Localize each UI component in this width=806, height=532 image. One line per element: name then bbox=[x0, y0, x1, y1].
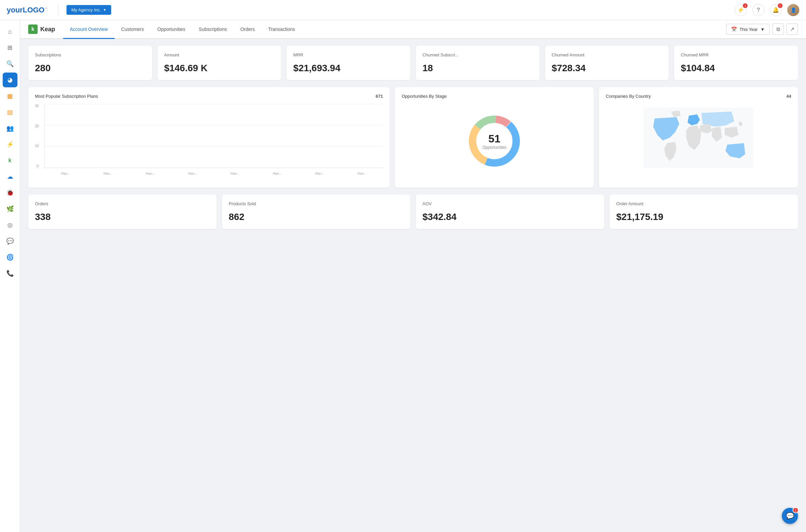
sidebar-item-cloud[interactable]: ☁ bbox=[3, 169, 17, 184]
sidebar-item-phone[interactable]: 📞 bbox=[3, 266, 17, 281]
topbar-divider bbox=[58, 5, 58, 15]
sidebar-item-pie[interactable]: ◕ bbox=[3, 73, 17, 87]
flash-button[interactable]: ⚡ 1 bbox=[735, 4, 747, 16]
cloud-icon: ☁ bbox=[7, 173, 13, 180]
leaf-icon: 🌿 bbox=[6, 205, 14, 213]
opportunities-header: Opportunities By Stage bbox=[402, 94, 587, 99]
sidebar-item-chat[interactable]: 💬 bbox=[3, 234, 17, 249]
user-avatar[interactable]: 👤 bbox=[787, 4, 799, 16]
opportunities-title: Opportunities By Stage bbox=[402, 94, 447, 99]
help-button[interactable]: ? bbox=[752, 4, 764, 16]
people-icon: 👥 bbox=[6, 125, 14, 132]
chat-bubble-button[interactable]: 💬 1 bbox=[782, 508, 798, 524]
flash-icon: ⚡ bbox=[737, 7, 744, 13]
donut-sub: Opportunities bbox=[482, 145, 506, 150]
tab-orders[interactable]: Orders bbox=[234, 20, 262, 39]
logo-text: your bbox=[7, 6, 23, 14]
sidebar-item-target[interactable]: ◎ bbox=[3, 217, 17, 232]
share-icon: ↗ bbox=[790, 26, 794, 32]
chat-bubble-badge: 1 bbox=[792, 507, 799, 513]
search-icon: 🔍 bbox=[6, 60, 14, 68]
metric-label-churned-amount: Churned Amount bbox=[552, 52, 662, 57]
dashboard: Subscriptions 280 Amount $146.69 K MRR $… bbox=[20, 39, 806, 532]
sidebar-item-grid[interactable]: ⊞ bbox=[3, 40, 17, 55]
donut-center: 51 Opportunities bbox=[482, 133, 506, 150]
tab-subscriptions[interactable]: Subscriptions bbox=[192, 20, 234, 39]
sidebar-item-search[interactable]: 🔍 bbox=[3, 56, 17, 71]
y-label-10: 10 bbox=[35, 144, 39, 148]
bottom-card-products-sold: Products Sold 862 bbox=[222, 194, 410, 229]
bottom-cards: Orders 338 Products Sold 862 AOV $342.84… bbox=[28, 194, 798, 229]
sidebar-item-keap[interactable]: k bbox=[3, 153, 17, 168]
donut-chart: 51 Opportunities bbox=[464, 111, 524, 171]
world-map-svg bbox=[606, 108, 791, 168]
topbar: yourLOGO™ My Agency Inc. ▼ ⚡ 1 ? 🔔 1 👤 bbox=[0, 0, 806, 20]
content-area: k Keap Account Overview Customers Opport… bbox=[20, 20, 806, 532]
navbar-brand: k Keap bbox=[28, 24, 55, 34]
sidebar-item-bar2[interactable]: ▤ bbox=[3, 105, 17, 119]
metric-card-mrr: MRR $21,693.94 bbox=[286, 46, 410, 80]
metric-card-subscriptions: Subscriptions 280 bbox=[28, 46, 152, 80]
filter-icon: ⧉ bbox=[776, 26, 780, 32]
this-year-button[interactable]: 📅 This Year ▼ bbox=[726, 24, 770, 35]
opportunities-chart: Opportunities By Stage bbox=[395, 87, 594, 188]
donut-number: 51 bbox=[482, 133, 506, 145]
agency-name: My Agency Inc. bbox=[71, 7, 101, 13]
sidebar-item-spiral[interactable]: 🌀 bbox=[3, 250, 17, 265]
tab-opportunities[interactable]: Opportunities bbox=[151, 20, 192, 39]
home-icon: ⌂ bbox=[8, 28, 12, 35]
bottom-value-aov: $342.84 bbox=[422, 212, 597, 222]
subscription-plans-title: Most Popular Subscription Plans bbox=[35, 94, 98, 99]
this-year-label: This Year bbox=[740, 27, 757, 32]
chat-icon: 💬 bbox=[6, 238, 14, 245]
companies-chart: Companies By Country 44 bbox=[599, 87, 798, 188]
x-label-0: Plan... bbox=[44, 172, 87, 175]
bar-chart2-icon: ▤ bbox=[7, 109, 13, 116]
bell-icon: 🔔 bbox=[772, 7, 779, 13]
sidebar-item-home[interactable]: ⌂ bbox=[3, 24, 17, 39]
pie-icon: ◕ bbox=[7, 76, 13, 83]
bottom-card-order-amount: Order Amount $21,175.19 bbox=[610, 194, 798, 229]
keap-letter: k bbox=[32, 26, 35, 32]
sidebar: ⌂ ⊞ 🔍 ◕ ▦ ▤ 👥 ⚡ k ☁ 🐞 🌿 ◎ 💬 🌀 📞 bbox=[0, 20, 20, 532]
metric-value-churned-amount: $728.34 bbox=[552, 63, 662, 74]
tab-customers[interactable]: Customers bbox=[115, 20, 151, 39]
y-label-20: 20 bbox=[35, 124, 39, 128]
subscription-plans-header: Most Popular Subscription Plans 671 bbox=[35, 94, 383, 99]
metric-value-churned-mrr: $104.84 bbox=[681, 63, 791, 74]
sidebar-item-leaf[interactable]: 🌿 bbox=[3, 202, 17, 216]
sidebar-item-bolt[interactable]: ⚡ bbox=[3, 137, 17, 152]
grid-icon: ⊞ bbox=[7, 44, 13, 51]
logo-bold: LOGO bbox=[23, 6, 45, 14]
tab-account-overview[interactable]: Account Overview bbox=[63, 20, 115, 39]
notifications-button[interactable]: 🔔 1 bbox=[770, 4, 782, 16]
x-axis-labels: Plan... Plan... Plan... Plan... Plan... … bbox=[44, 169, 383, 178]
settings-icon: 🐞 bbox=[6, 189, 14, 196]
bottom-value-order-amount: $21,175.19 bbox=[616, 212, 791, 222]
metric-value-mrr: $21,693.94 bbox=[293, 63, 404, 74]
logo-tm: ™ bbox=[44, 7, 47, 10]
sidebar-item-bar[interactable]: ▦ bbox=[3, 89, 17, 103]
bottom-label-orders: Orders bbox=[35, 201, 210, 206]
sidebar-item-people[interactable]: 👥 bbox=[3, 121, 17, 136]
keap-icon: k bbox=[8, 157, 12, 164]
sidebar-item-settings[interactable]: 🐞 bbox=[3, 185, 17, 200]
chevron-down-icon: ▼ bbox=[760, 27, 765, 32]
nav-tabs: Account Overview Customers Opportunities… bbox=[63, 20, 726, 38]
metric-card-churned-sub: Churned Subscri... 18 bbox=[416, 46, 540, 80]
metric-cards-row: Subscriptions 280 Amount $146.69 K MRR $… bbox=[28, 46, 798, 80]
bottom-label-order-amount: Order Amount bbox=[616, 201, 791, 206]
phone-icon: 📞 bbox=[6, 270, 14, 277]
bar-chart-grid bbox=[44, 104, 383, 168]
flash-badge: 1 bbox=[743, 3, 748, 8]
tab-transactions[interactable]: Transactions bbox=[262, 20, 302, 39]
x-label-5: Plan... bbox=[256, 172, 298, 175]
filter-button[interactable]: ⧉ bbox=[772, 23, 784, 35]
world-map-container bbox=[606, 104, 791, 171]
share-button[interactable]: ↗ bbox=[787, 23, 798, 35]
bar-chart-icon: ▦ bbox=[7, 92, 13, 100]
spiral-icon: 🌀 bbox=[6, 253, 14, 261]
agency-dropdown[interactable]: My Agency Inc. ▼ bbox=[66, 5, 111, 15]
chevron-down-icon: ▼ bbox=[103, 8, 107, 12]
subscription-plans-chart: Most Popular Subscription Plans 671 30 2… bbox=[28, 87, 389, 188]
